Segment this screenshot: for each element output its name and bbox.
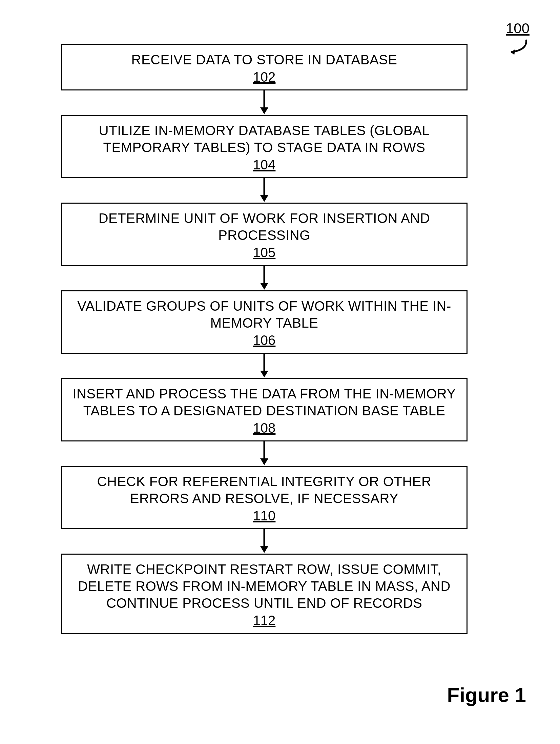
flow-arrow-icon xyxy=(61,441,468,466)
flow-step-number: 104 xyxy=(72,157,456,172)
flow-arrow-icon xyxy=(61,529,468,554)
flow-arrow-icon xyxy=(61,90,468,115)
flow-step-106: VALIDATE GROUPS OF UNITS OF WORK WITHIN … xyxy=(61,290,468,354)
flow-step-text: INSERT AND PROCESS THE DATA FROM THE IN-… xyxy=(72,385,456,419)
flow-step-104: UTILIZE IN-MEMORY DATABASE TABLES (GLOBA… xyxy=(61,115,468,178)
reference-marker: 100 xyxy=(506,20,530,58)
reference-arrow-icon xyxy=(506,38,530,58)
flow-step-number: 105 xyxy=(72,245,456,260)
flow-step-102: RECEIVE DATA TO STORE IN DATABASE 102 xyxy=(61,44,468,90)
flow-step-112: WRITE CHECKPOINT RESTART ROW, ISSUE COMM… xyxy=(61,554,468,634)
flowchart: RECEIVE DATA TO STORE IN DATABASE 102 UT… xyxy=(47,44,481,634)
flow-step-number: 108 xyxy=(72,420,456,436)
flow-step-number: 106 xyxy=(72,333,456,348)
flow-arrow-icon xyxy=(61,354,468,378)
flow-step-number: 112 xyxy=(72,613,456,628)
figure-label: Figure 1 xyxy=(447,683,526,707)
reference-number: 100 xyxy=(506,20,530,36)
flow-step-text: UTILIZE IN-MEMORY DATABASE TABLES (GLOBA… xyxy=(72,122,456,156)
flow-step-text: DETERMINE UNIT OF WORK FOR INSERTION AND… xyxy=(72,210,456,244)
flow-step-110: CHECK FOR REFERENTIAL INTEGRITY OR OTHER… xyxy=(61,466,468,529)
flow-step-number: 102 xyxy=(72,69,456,85)
flow-step-105: DETERMINE UNIT OF WORK FOR INSERTION AND… xyxy=(61,203,468,266)
flow-step-text: WRITE CHECKPOINT RESTART ROW, ISSUE COMM… xyxy=(72,561,456,612)
flow-step-text: CHECK FOR REFERENTIAL INTEGRITY OR OTHER… xyxy=(72,473,456,507)
flow-step-108: INSERT AND PROCESS THE DATA FROM THE IN-… xyxy=(61,378,468,441)
flow-step-text: RECEIVE DATA TO STORE IN DATABASE xyxy=(72,51,456,68)
flow-arrow-icon xyxy=(61,266,468,290)
flow-step-number: 110 xyxy=(72,508,456,523)
flow-step-text: VALIDATE GROUPS OF UNITS OF WORK WITHIN … xyxy=(72,297,456,331)
flow-arrow-icon xyxy=(61,178,468,203)
